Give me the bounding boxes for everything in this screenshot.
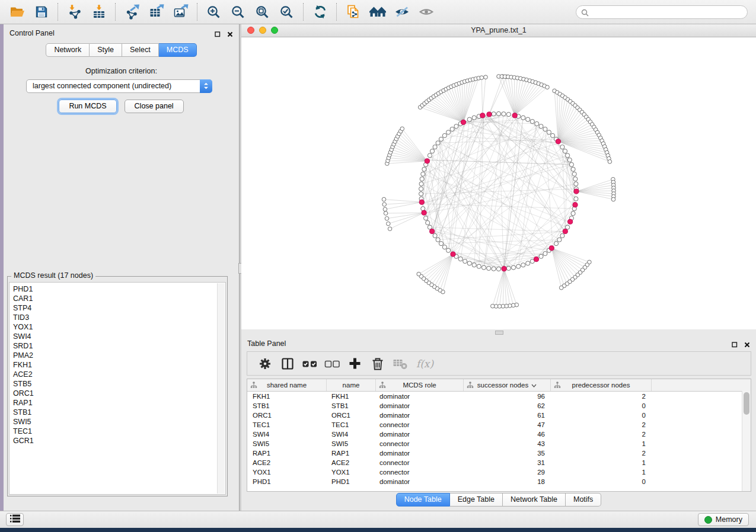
mcds-result-item[interactable]: SWI5 [9, 417, 217, 427]
zoom-fit-icon[interactable] [253, 3, 272, 21]
table-scrollbar-thumb[interactable] [744, 392, 749, 415]
tab-motifs[interactable]: Motifs [566, 493, 601, 507]
open-file-icon[interactable] [8, 3, 26, 21]
close-panel-icon[interactable] [744, 339, 750, 350]
table-cell: TEC1 [247, 420, 327, 430]
mcds-result-item[interactable]: STB1 [9, 408, 217, 417]
mcds-result-item[interactable]: ORC1 [9, 389, 217, 398]
table-cell: 96 [464, 392, 551, 401]
table-cell: PHD1 [247, 477, 327, 486]
mcds-result-item[interactable]: YOX1 [9, 322, 217, 332]
criterion-dropdown[interactable]: largest connected component (undirected) [26, 79, 212, 93]
toolbar-separator [336, 3, 337, 21]
column-header-label: predecessor nodes [572, 382, 630, 389]
control-panel-tabs: NetworkStyleSelectMCDS [4, 43, 239, 57]
memory-button[interactable]: Memory [698, 513, 749, 526]
export-image-icon[interactable] [171, 3, 190, 21]
table-cell: 62 [464, 401, 551, 411]
mcds-result-item[interactable]: RAP1 [9, 398, 217, 408]
deselect-all-rows-icon[interactable] [323, 355, 342, 373]
table-row[interactable]: YOX1YOX1connector291 [247, 467, 751, 477]
tab-network[interactable]: Network [46, 43, 90, 57]
delete-table-icon [391, 355, 409, 373]
import-network-icon[interactable] [65, 3, 84, 21]
mcds-result-item[interactable]: GCR1 [9, 436, 217, 446]
float-panel-icon[interactable] [732, 339, 738, 350]
table-scrollbar[interactable] [742, 391, 751, 491]
table-row[interactable]: PHD1PHD1dominator180 [247, 477, 751, 486]
first-neighbors-icon[interactable] [368, 3, 387, 21]
export-table-icon[interactable] [147, 3, 165, 21]
select-all-rows-icon[interactable] [301, 355, 319, 373]
minimize-window-icon[interactable] [259, 27, 266, 34]
mcds-result-item[interactable]: SWI4 [9, 332, 217, 341]
table-cell: YOX1 [327, 467, 376, 477]
table-row[interactable]: FKH1FKH1dominator962 [247, 392, 751, 401]
mcds-result-item[interactable]: STP4 [9, 303, 217, 313]
close-panel-button[interactable]: Close panel [125, 100, 184, 113]
status-bar: Memory [0, 511, 756, 528]
table-cell: 61 [464, 411, 551, 420]
column-header-predecessor-nodes[interactable]: predecessor nodes [551, 379, 652, 391]
desktop-bottom-sliver [0, 528, 756, 532]
tab-style[interactable]: Style [90, 43, 122, 57]
tab-node-table[interactable]: Node Table [396, 493, 450, 507]
shared-column-icon [379, 382, 386, 389]
search-input[interactable] [576, 5, 748, 19]
zoom-out-icon[interactable] [229, 3, 247, 21]
mcds-result-item[interactable]: TID3 [9, 313, 217, 322]
table-row[interactable]: RAP1RAP1dominator352 [247, 448, 751, 458]
mcds-result-item[interactable]: ACE2 [9, 370, 217, 379]
tab-network-table[interactable]: Network Table [503, 493, 566, 507]
horizontal-splitter[interactable] [241, 329, 756, 335]
column-header-successor-nodes[interactable]: successor nodes [464, 379, 551, 391]
table-cell: 0 [551, 401, 652, 411]
mcds-result-item[interactable]: PMA2 [9, 351, 217, 360]
network-canvas[interactable] [241, 37, 756, 329]
function-builder-icon: f(x) [413, 355, 434, 373]
column-header-shared-name[interactable]: shared name [247, 379, 327, 391]
tab-edge-table[interactable]: Edge Table [450, 493, 503, 507]
clone-network-icon[interactable] [344, 3, 362, 21]
shared-column-icon [250, 382, 257, 389]
zoom-selected-icon[interactable] [277, 3, 296, 21]
task-history-button[interactable] [6, 513, 24, 526]
mcds-result-item[interactable]: FKH1 [9, 360, 217, 370]
table-row[interactable]: STB1STB1dominator620 [247, 401, 751, 411]
mcds-list-scrollbar[interactable] [217, 283, 225, 493]
refresh-layout-icon[interactable] [311, 3, 329, 21]
export-network-icon[interactable] [123, 3, 141, 21]
dropdown-stepper-icon [200, 79, 212, 93]
table-row[interactable]: ACE2ACE2connector311 [247, 458, 751, 467]
column-visibility-icon[interactable] [278, 355, 296, 373]
import-table-icon[interactable] [90, 3, 108, 21]
mcds-result-item[interactable]: STB5 [9, 379, 217, 389]
table-cell: 31 [464, 458, 551, 467]
create-column-icon[interactable] [346, 355, 364, 373]
hide-panels-icon[interactable] [393, 3, 411, 21]
mcds-result-item[interactable]: SRD1 [9, 341, 217, 351]
save-session-icon[interactable] [32, 3, 50, 21]
maximize-window-icon[interactable] [271, 27, 278, 34]
table-row[interactable]: SWI4SWI4dominator462 [247, 430, 751, 439]
float-panel-icon[interactable] [215, 29, 221, 40]
close-panel-icon[interactable] [227, 29, 233, 40]
zoom-in-icon[interactable] [205, 3, 223, 21]
table-row[interactable]: SWI5SWI5connector431 [247, 439, 751, 448]
table-settings-icon[interactable] [256, 355, 274, 373]
close-window-icon[interactable] [247, 27, 254, 34]
column-header-MCDS-role[interactable]: MCDS role [376, 379, 464, 391]
column-header-name[interactable]: name [327, 379, 376, 391]
run-mcds-button[interactable]: Run MCDS [59, 100, 116, 113]
horizontal-splitter-handle[interactable] [495, 331, 503, 335]
tab-select[interactable]: Select [122, 43, 159, 57]
show-preview-icon[interactable] [417, 3, 435, 21]
mcds-result-item[interactable]: CAR1 [9, 294, 217, 303]
tab-mcds[interactable]: MCDS [159, 43, 197, 57]
mcds-result-item[interactable]: TEC1 [9, 427, 217, 436]
delete-column-icon[interactable] [368, 355, 387, 373]
network-window-titlebar[interactable]: YPA_prune.txt_1 [241, 24, 756, 37]
table-row[interactable]: ORC1ORC1dominator610 [247, 411, 751, 420]
mcds-result-item[interactable]: PHD1 [9, 284, 217, 294]
table-row[interactable]: TEC1TEC1connector472 [247, 420, 751, 430]
